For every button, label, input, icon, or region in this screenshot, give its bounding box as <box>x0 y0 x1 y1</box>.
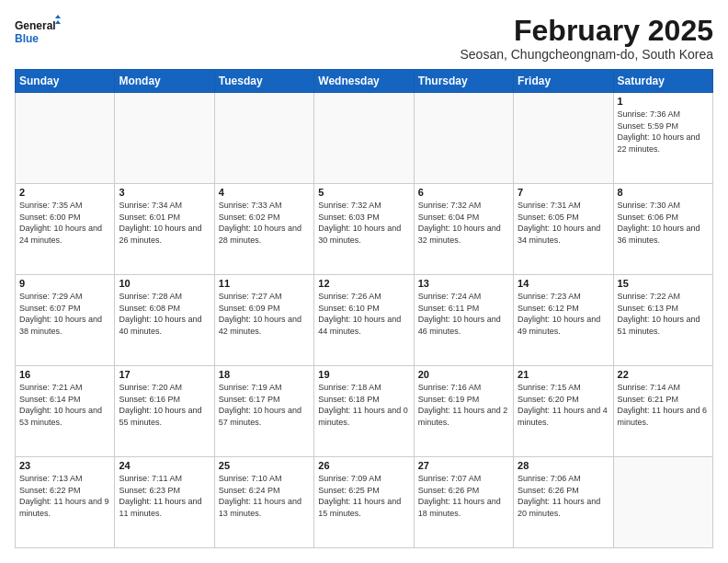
day-info: Sunrise: 7:16 AM Sunset: 6:19 PM Dayligh… <box>418 382 509 428</box>
day-number: 18 <box>219 369 310 380</box>
day-info: Sunrise: 7:10 AM Sunset: 6:24 PM Dayligh… <box>219 473 310 519</box>
calendar-cell: 28Sunrise: 7:06 AM Sunset: 6:26 PM Dayli… <box>514 457 613 548</box>
day-number: 12 <box>318 278 409 289</box>
day-info: Sunrise: 7:23 AM Sunset: 6:12 PM Dayligh… <box>518 291 609 337</box>
day-number: 27 <box>418 460 509 471</box>
day-number: 22 <box>618 369 709 380</box>
main-title: February 2025 <box>460 15 713 47</box>
day-number: 7 <box>518 187 609 198</box>
day-info: Sunrise: 7:24 AM Sunset: 6:11 PM Dayligh… <box>418 291 509 337</box>
calendar-cell: 18Sunrise: 7:19 AM Sunset: 6:17 PM Dayli… <box>214 366 313 457</box>
svg-text:Blue: Blue <box>15 32 39 45</box>
calendar-week-row: 1Sunrise: 7:36 AM Sunset: 5:59 PM Daylig… <box>16 93 713 184</box>
calendar-week-row: 16Sunrise: 7:21 AM Sunset: 6:14 PM Dayli… <box>16 366 713 457</box>
day-info: Sunrise: 7:19 AM Sunset: 6:17 PM Dayligh… <box>219 382 310 428</box>
svg-text:General: General <box>15 19 56 32</box>
day-number: 28 <box>518 460 609 471</box>
day-number: 21 <box>518 369 609 380</box>
calendar-cell: 22Sunrise: 7:14 AM Sunset: 6:21 PM Dayli… <box>613 366 712 457</box>
calendar-cell: 7Sunrise: 7:31 AM Sunset: 6:05 PM Daylig… <box>514 184 613 275</box>
day-info: Sunrise: 7:28 AM Sunset: 6:08 PM Dayligh… <box>119 291 210 337</box>
col-tuesday: Tuesday <box>214 70 313 93</box>
calendar-cell: 21Sunrise: 7:15 AM Sunset: 6:20 PM Dayli… <box>514 366 613 457</box>
day-info: Sunrise: 7:14 AM Sunset: 6:21 PM Dayligh… <box>618 382 709 428</box>
calendar-cell <box>514 93 613 184</box>
calendar-cell <box>414 93 513 184</box>
day-number: 10 <box>119 278 210 289</box>
day-number: 6 <box>418 187 509 198</box>
calendar-cell: 4Sunrise: 7:33 AM Sunset: 6:02 PM Daylig… <box>214 184 313 275</box>
col-thursday: Thursday <box>414 70 513 93</box>
calendar-cell: 8Sunrise: 7:30 AM Sunset: 6:06 PM Daylig… <box>613 184 712 275</box>
day-info: Sunrise: 7:09 AM Sunset: 6:25 PM Dayligh… <box>318 473 409 519</box>
calendar-cell: 12Sunrise: 7:26 AM Sunset: 6:10 PM Dayli… <box>314 275 414 366</box>
day-info: Sunrise: 7:15 AM Sunset: 6:20 PM Dayligh… <box>518 382 609 428</box>
day-number: 23 <box>19 460 110 471</box>
day-info: Sunrise: 7:27 AM Sunset: 6:09 PM Dayligh… <box>219 291 310 337</box>
calendar-cell: 14Sunrise: 7:23 AM Sunset: 6:12 PM Dayli… <box>514 275 613 366</box>
day-info: Sunrise: 7:18 AM Sunset: 6:18 PM Dayligh… <box>318 382 409 428</box>
day-info: Sunrise: 7:21 AM Sunset: 6:14 PM Dayligh… <box>19 382 110 428</box>
col-sunday: Sunday <box>16 70 115 93</box>
day-info: Sunrise: 7:33 AM Sunset: 6:02 PM Dayligh… <box>219 200 310 246</box>
calendar-cell: 24Sunrise: 7:11 AM Sunset: 6:23 PM Dayli… <box>115 457 214 548</box>
day-number: 13 <box>418 278 509 289</box>
day-info: Sunrise: 7:26 AM Sunset: 6:10 PM Dayligh… <box>318 291 409 337</box>
day-number: 20 <box>418 369 509 380</box>
col-friday: Friday <box>514 70 613 93</box>
day-info: Sunrise: 7:06 AM Sunset: 6:26 PM Dayligh… <box>518 473 609 519</box>
calendar-cell: 20Sunrise: 7:16 AM Sunset: 6:19 PM Dayli… <box>414 366 513 457</box>
col-monday: Monday <box>115 70 214 93</box>
day-info: Sunrise: 7:36 AM Sunset: 5:59 PM Dayligh… <box>618 109 709 155</box>
calendar-cell: 3Sunrise: 7:34 AM Sunset: 6:01 PM Daylig… <box>115 184 214 275</box>
calendar-cell: 16Sunrise: 7:21 AM Sunset: 6:14 PM Dayli… <box>16 366 115 457</box>
page: General Blue February 2025 Seosan, Chung… <box>0 0 728 563</box>
calendar-cell: 15Sunrise: 7:22 AM Sunset: 6:13 PM Dayli… <box>613 275 712 366</box>
calendar-cell: 1Sunrise: 7:36 AM Sunset: 5:59 PM Daylig… <box>613 93 712 184</box>
day-number: 17 <box>119 369 210 380</box>
day-number: 14 <box>518 278 609 289</box>
subtitle: Seosan, Chungcheongnam-do, South Korea <box>460 47 713 62</box>
calendar-header-row: Sunday Monday Tuesday Wednesday Thursday… <box>16 70 713 93</box>
calendar-cell: 19Sunrise: 7:18 AM Sunset: 6:18 PM Dayli… <box>314 366 414 457</box>
day-number: 25 <box>219 460 310 471</box>
day-number: 15 <box>618 278 709 289</box>
day-info: Sunrise: 7:30 AM Sunset: 6:06 PM Dayligh… <box>618 200 709 246</box>
day-number: 24 <box>119 460 210 471</box>
calendar-cell: 17Sunrise: 7:20 AM Sunset: 6:16 PM Dayli… <box>115 366 214 457</box>
calendar-week-row: 2Sunrise: 7:35 AM Sunset: 6:00 PM Daylig… <box>16 184 713 275</box>
calendar-cell <box>314 93 414 184</box>
day-info: Sunrise: 7:07 AM Sunset: 6:26 PM Dayligh… <box>418 473 509 519</box>
day-number: 16 <box>19 369 110 380</box>
day-info: Sunrise: 7:34 AM Sunset: 6:01 PM Dayligh… <box>119 200 210 246</box>
calendar-cell: 6Sunrise: 7:32 AM Sunset: 6:04 PM Daylig… <box>414 184 513 275</box>
day-info: Sunrise: 7:31 AM Sunset: 6:05 PM Dayligh… <box>518 200 609 246</box>
svg-marker-2 <box>55 15 61 18</box>
calendar-cell: 27Sunrise: 7:07 AM Sunset: 6:26 PM Dayli… <box>414 457 513 548</box>
day-number: 2 <box>19 187 110 198</box>
header: General Blue February 2025 Seosan, Chung… <box>15 15 713 62</box>
calendar-week-row: 9Sunrise: 7:29 AM Sunset: 6:07 PM Daylig… <box>16 275 713 366</box>
col-wednesday: Wednesday <box>314 70 414 93</box>
calendar-cell: 10Sunrise: 7:28 AM Sunset: 6:08 PM Dayli… <box>115 275 214 366</box>
day-info: Sunrise: 7:20 AM Sunset: 6:16 PM Dayligh… <box>119 382 210 428</box>
day-number: 8 <box>618 187 709 198</box>
day-info: Sunrise: 7:22 AM Sunset: 6:13 PM Dayligh… <box>618 291 709 337</box>
calendar-cell: 13Sunrise: 7:24 AM Sunset: 6:11 PM Dayli… <box>414 275 513 366</box>
col-saturday: Saturday <box>613 70 712 93</box>
day-number: 19 <box>318 369 409 380</box>
calendar-cell: 11Sunrise: 7:27 AM Sunset: 6:09 PM Dayli… <box>214 275 313 366</box>
day-info: Sunrise: 7:13 AM Sunset: 6:22 PM Dayligh… <box>19 473 110 519</box>
title-block: February 2025 Seosan, Chungcheongnam-do,… <box>460 15 713 62</box>
logo-svg: General Blue <box>15 15 61 52</box>
day-info: Sunrise: 7:32 AM Sunset: 6:04 PM Dayligh… <box>418 200 509 246</box>
svg-marker-3 <box>55 20 61 24</box>
calendar-table: Sunday Monday Tuesday Wednesday Thursday… <box>15 69 713 548</box>
day-number: 26 <box>318 460 409 471</box>
day-number: 9 <box>19 278 110 289</box>
calendar-cell: 2Sunrise: 7:35 AM Sunset: 6:00 PM Daylig… <box>16 184 115 275</box>
day-info: Sunrise: 7:11 AM Sunset: 6:23 PM Dayligh… <box>119 473 210 519</box>
day-number: 11 <box>219 278 310 289</box>
calendar-cell <box>115 93 214 184</box>
calendar-cell: 26Sunrise: 7:09 AM Sunset: 6:25 PM Dayli… <box>314 457 414 548</box>
